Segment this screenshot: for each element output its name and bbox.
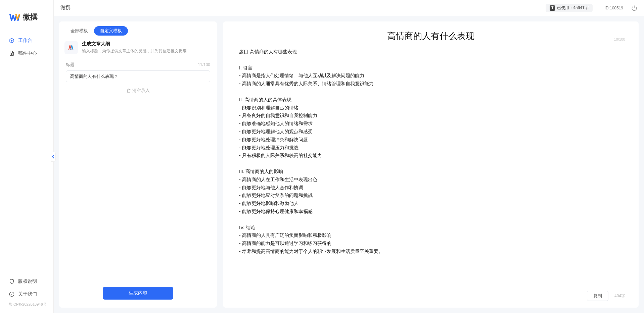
bottom-nav: 版权说明 关于我们 鄂ICP备2022016946号 xyxy=(0,275,53,313)
topbar: 微撰 T 已使用： 45641字 ID:100519 xyxy=(54,0,644,16)
nav-copyright[interactable]: 版权说明 xyxy=(0,275,53,288)
clear-label: 清空录入 xyxy=(132,88,150,94)
trash-icon xyxy=(127,89,131,93)
copy-button[interactable]: 复制 xyxy=(587,291,608,301)
template-icon xyxy=(64,41,78,54)
icp-record[interactable]: 鄂ICP备2022016946号 xyxy=(0,301,53,310)
sidebar-collapse-handle[interactable] xyxy=(51,152,56,162)
brand-logo: 微撰 xyxy=(0,0,53,31)
nav-label: 稿件中心 xyxy=(18,50,37,56)
input-panel: 全部模板 自定义模板 生成文章大纲 输入标题，为你提供文章主体的灵感，并为其创建… xyxy=(59,21,217,308)
template-desc: 输入标题，为你提供文章主体的灵感，并为其创建推文提纲 xyxy=(82,48,187,54)
power-icon[interactable] xyxy=(631,5,637,11)
logo-mark-icon xyxy=(9,13,20,21)
output-panel: 高情商的人有什么表现 10/100 题目:高情商的人有哪些表现 I. 引言 - … xyxy=(223,21,639,308)
generate-button[interactable]: 生成内容 xyxy=(103,287,173,300)
template-title: 生成文章大纲 xyxy=(82,41,187,47)
nav-label: 关于我们 xyxy=(18,291,37,297)
user-id: ID:100519 xyxy=(605,6,623,10)
output-title: 高情商的人有什么表现 xyxy=(236,30,625,42)
title-label: 标题 xyxy=(66,62,75,68)
nav-about[interactable]: 关于我们 xyxy=(0,288,53,301)
brand-name: 微撰 xyxy=(23,12,38,22)
title-input[interactable] xyxy=(66,70,210,82)
output-word-count: 404字 xyxy=(614,293,625,299)
template-tabs: 全部模板 自定义模板 xyxy=(59,21,217,38)
output-title-counter: 10/100 xyxy=(614,37,625,41)
info-icon xyxy=(9,291,15,297)
nav-workbench[interactable]: 工作台 xyxy=(0,34,53,47)
page-title: 微撰 xyxy=(60,5,71,11)
cube-icon xyxy=(9,38,15,44)
nav-label: 工作台 xyxy=(18,38,32,44)
nav-label: 版权说明 xyxy=(18,278,37,284)
shield-icon xyxy=(9,278,15,284)
usage-label: 已使用： xyxy=(557,5,573,11)
text-icon: T xyxy=(550,5,555,11)
clear-input-button[interactable]: 清空录入 xyxy=(59,82,217,99)
usage-value: 45641字 xyxy=(573,5,588,11)
document-icon xyxy=(9,50,15,56)
template-card: 生成文章大纲 输入标题，为你提供文章主体的灵感，并为其创建推文提纲 xyxy=(59,38,217,60)
usage-badge[interactable]: T 已使用： 45641字 xyxy=(546,4,592,12)
title-form: 标题 11/100 xyxy=(59,60,217,82)
output-body[interactable]: 题目:高情商的人有哪些表现 I. 引言 - 高情商是指人们处理情绪、与他人互动以… xyxy=(223,43,639,286)
title-counter: 11/100 xyxy=(198,62,210,67)
nav-drafts[interactable]: 稿件中心 xyxy=(0,47,53,60)
tab-all-templates[interactable]: 全部模板 xyxy=(64,26,94,36)
tab-custom-templates[interactable]: 自定义模板 xyxy=(94,26,128,36)
sidebar: 微撰 工作台 稿件中心 版权说明 xyxy=(0,0,54,313)
main-nav: 工作台 稿件中心 xyxy=(0,31,53,275)
